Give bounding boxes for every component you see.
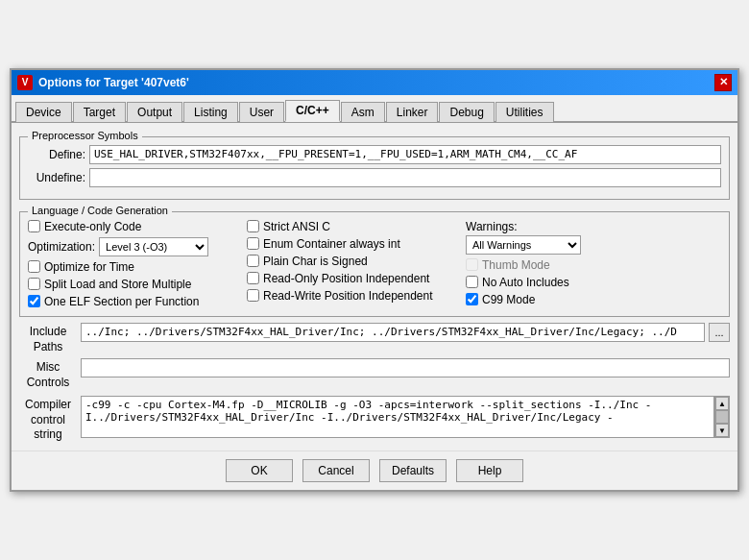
optimize-time-label: Optimize for Time	[44, 260, 134, 274]
tab-cpp[interactable]: C/C++	[285, 100, 340, 122]
tab-linker[interactable]: Linker	[386, 102, 439, 122]
scroll-down-arrow[interactable]: ▼	[715, 424, 729, 437]
language-group-label: Language / Code Generation	[28, 205, 172, 216]
split-load-row: Split Load and Store Multiple	[28, 278, 239, 291]
cancel-button[interactable]: Cancel	[302, 459, 370, 482]
execute-only-row: Execute-only Code	[28, 220, 239, 233]
warnings-row: No Warnings All Warnings Unspecified War…	[466, 235, 721, 255]
read-only-label: Read-Only Position Independent	[263, 272, 429, 285]
include-paths-row: IncludePaths ...	[19, 323, 730, 354]
lang-col-right: Warnings: No Warnings All Warnings Unspe…	[466, 220, 721, 308]
language-section: Execute-only Code Optimization: Level 0 …	[28, 220, 721, 308]
one-elf-label: One ELF Section per Function	[44, 295, 199, 308]
compiler-scrollbar[interactable]: ▲ ▼	[714, 396, 730, 438]
enum-container-checkbox[interactable]	[247, 237, 259, 250]
read-only-checkbox[interactable]	[247, 272, 259, 284]
execute-only-checkbox[interactable]	[28, 220, 40, 232]
misc-controls-row: MiscControls	[19, 358, 730, 390]
lang-col-mid: Strict ANSI C Enum Container always int …	[247, 220, 458, 308]
thumb-mode-row: Thumb Mode	[466, 258, 721, 272]
scroll-up-arrow[interactable]: ▲	[715, 397, 729, 410]
tab-target[interactable]: Target	[73, 102, 126, 122]
one-elf-row: One ELF Section per Function	[28, 295, 239, 308]
plain-char-label: Plain Char is Signed	[263, 255, 368, 268]
title-bar-left: V Options for Target '407vet6'	[17, 75, 189, 90]
thumb-mode-label: Thumb Mode	[482, 258, 550, 272]
define-row: Define:	[28, 145, 721, 164]
main-content: Preprocessor Symbols Define: Undefine: L…	[12, 123, 737, 450]
no-auto-label: No Auto Includes	[482, 276, 569, 289]
compiler-row: Compilercontrolstring -c99 -c -cpu Corte…	[19, 396, 730, 443]
execute-only-label: Execute-only Code	[44, 220, 141, 233]
defaults-button[interactable]: Defaults	[379, 459, 447, 482]
strict-ansi-label: Strict ANSI C	[263, 220, 330, 233]
split-load-checkbox[interactable]	[28, 278, 40, 290]
include-paths-label: IncludePaths	[19, 323, 77, 354]
tab-utilities[interactable]: Utilities	[495, 102, 554, 122]
title-bar: V Options for Target '407vet6' ✕	[12, 70, 737, 95]
tab-asm[interactable]: Asm	[341, 102, 385, 122]
thumb-mode-checkbox[interactable]	[466, 258, 478, 271]
c99-mode-label: C99 Mode	[482, 293, 535, 306]
enum-container-label: Enum Container always int	[263, 237, 400, 251]
dialog: V Options for Target '407vet6' ✕ Device …	[10, 68, 739, 492]
tab-user[interactable]: User	[239, 102, 284, 122]
one-elf-checkbox[interactable]	[28, 295, 40, 307]
optimization-label: Optimization:	[28, 240, 95, 254]
warnings-section: Warnings: No Warnings All Warnings Unspe…	[466, 220, 721, 255]
optimization-select[interactable]: Level 0 (-O0) Level 1 (-O1) Level 2 (-O2…	[99, 237, 208, 256]
split-load-label: Split Load and Store Multiple	[44, 278, 191, 291]
optimization-row: Optimization: Level 0 (-O0) Level 1 (-O1…	[28, 237, 239, 256]
preprocessor-group-label: Preprocessor Symbols	[28, 130, 142, 141]
include-paths-input[interactable]	[81, 323, 705, 342]
no-auto-row: No Auto Includes	[466, 276, 721, 289]
language-group: Language / Code Generation Execute-only …	[19, 211, 730, 317]
tab-device[interactable]: Device	[15, 102, 72, 122]
include-paths-browse[interactable]: ...	[709, 323, 730, 342]
c99-mode-checkbox[interactable]	[466, 293, 478, 305]
scroll-thumb[interactable]	[715, 410, 729, 424]
tab-listing[interactable]: Listing	[183, 102, 238, 122]
tab-bar: Device Target Output Listing User C/C++ …	[12, 95, 737, 123]
lang-col-left: Execute-only Code Optimization: Level 0 …	[28, 220, 239, 308]
strict-ansi-row: Strict ANSI C	[247, 220, 458, 233]
plain-char-row: Plain Char is Signed	[247, 255, 458, 268]
read-write-label: Read-Write Position Independent	[263, 289, 433, 303]
compiler-textarea[interactable]: -c99 -c -cpu Cortex-M4.fp -D__MICROLIB -…	[81, 396, 714, 438]
bottom-buttons: OK Cancel Defaults Help	[12, 450, 737, 490]
enum-container-row: Enum Container always int	[247, 237, 458, 251]
define-input[interactable]	[89, 145, 721, 164]
optimize-time-row: Optimize for Time	[28, 260, 239, 274]
misc-controls-input[interactable]	[81, 358, 730, 377]
define-label: Define:	[28, 148, 85, 161]
read-write-checkbox[interactable]	[247, 289, 259, 302]
dialog-title: Options for Target '407vet6'	[38, 76, 189, 89]
read-only-row: Read-Only Position Independent	[247, 272, 458, 285]
strict-ansi-checkbox[interactable]	[247, 220, 259, 232]
ok-button[interactable]: OK	[226, 459, 293, 482]
misc-controls-label: MiscControls	[19, 358, 77, 390]
undefine-input[interactable]	[89, 168, 721, 187]
paths-section: IncludePaths ... MiscControls	[19, 323, 730, 390]
no-auto-checkbox[interactable]	[466, 276, 478, 288]
c99-mode-row: C99 Mode	[466, 293, 721, 306]
compiler-input-wrapper: -c99 -c -cpu Cortex-M4.fp -D__MICROLIB -…	[81, 396, 730, 438]
compiler-label: Compilercontrolstring	[19, 396, 77, 443]
undefine-row: Undefine:	[28, 168, 721, 187]
optimize-time-checkbox[interactable]	[28, 260, 40, 273]
undefine-label: Undefine:	[28, 171, 85, 184]
plain-char-checkbox[interactable]	[247, 255, 259, 267]
help-button[interactable]: Help	[456, 459, 523, 482]
warnings-select[interactable]: No Warnings All Warnings Unspecified War…	[466, 235, 581, 255]
preprocessor-group: Preprocessor Symbols Define: Undefine:	[19, 136, 730, 200]
read-write-row: Read-Write Position Independent	[247, 289, 458, 303]
tab-debug[interactable]: Debug	[439, 102, 494, 122]
app-icon: V	[17, 75, 33, 90]
close-button[interactable]: ✕	[714, 74, 732, 91]
tab-output[interactable]: Output	[127, 102, 182, 122]
warnings-label: Warnings:	[466, 220, 721, 233]
